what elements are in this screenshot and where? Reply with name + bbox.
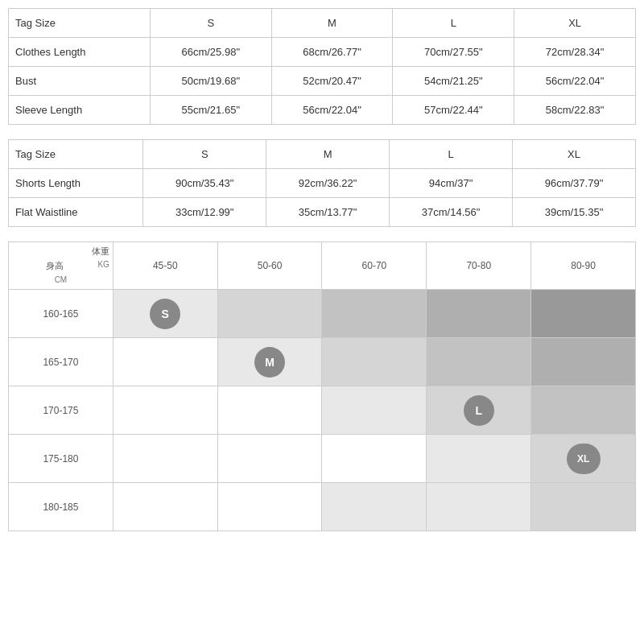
- table1-row1-s: 50cm/19.68": [150, 67, 271, 96]
- chart-cell-0-2: [322, 290, 427, 338]
- chart-cell-4-2: [322, 483, 427, 531]
- table2-row0-s: 90cm/35.43": [143, 169, 266, 198]
- chart-cell-2-0: [113, 386, 217, 435]
- chart-cell-2-4: [531, 386, 636, 435]
- chart-cell-1-1: M: [217, 338, 322, 386]
- table1-row2-xl: 58cm/22.83": [514, 96, 636, 125]
- chart-height-unit: CM: [55, 275, 68, 284]
- table2-row0-label: Shorts Length: [9, 169, 143, 198]
- chart-col-header-4: 80-90: [531, 242, 636, 290]
- shorts-size-table: Tag Size S M L XL Shorts Length 90cm/35.…: [8, 139, 636, 227]
- chart-weight-unit: KG: [97, 259, 109, 270]
- chart-cell-4-3: [427, 483, 531, 531]
- xl-badge: XL: [567, 444, 601, 474]
- table2-row1-xl: 39cm/15.35": [513, 198, 636, 227]
- chart-cell-4-1: [217, 483, 322, 531]
- table1-row0-label: Clothes Length: [9, 38, 151, 67]
- table2-header-label: Tag Size: [9, 140, 143, 169]
- table2-row1-l: 37cm/14.56": [390, 198, 513, 227]
- chart-col-header-2: 60-70: [322, 242, 427, 290]
- table1-row1-l: 54cm/21.25": [393, 67, 514, 96]
- chart-cell-1-2: [322, 338, 427, 386]
- table2-row0-m: 92cm/36.22": [266, 169, 390, 198]
- table2-row0-xl: 96cm/37.79": [513, 169, 636, 198]
- table2-header-s: S: [143, 140, 266, 169]
- table2-header-xl: XL: [513, 140, 636, 169]
- chart-col-header-1: 50-60: [217, 242, 322, 290]
- chart-cell-4-4: [531, 483, 636, 531]
- chart-cell-3-1: [217, 435, 322, 483]
- chart-cell-2-1: [217, 386, 322, 435]
- chart-cell-0-4: [531, 290, 636, 338]
- table2-row1-label: Flat Waistline: [9, 198, 143, 227]
- table1-row2-s: 55cm/21.65": [150, 96, 271, 125]
- table1-row2-label: Sleeve Length: [9, 96, 151, 125]
- chart-height-label: 身高: [46, 261, 64, 270]
- table1-row0-l: 70cm/27.55": [393, 38, 514, 67]
- table1-row0-xl: 72cm/28.34": [514, 38, 636, 67]
- clothes-size-table: Tag Size S M L XL Clothes Length 66cm/25…: [8, 8, 636, 125]
- chart-cell-3-3: [427, 435, 531, 483]
- chart-cell-4-0: [113, 483, 217, 531]
- chart-row-label-4: 180-185: [9, 483, 114, 531]
- chart-corner: 体重 KG 身高 CM: [9, 242, 114, 290]
- chart-row-label-0: 160-165: [9, 290, 114, 338]
- chart-cell-0-0: S: [113, 290, 217, 338]
- s-badge: S: [150, 299, 180, 329]
- table1-row1-label: Bust: [9, 67, 151, 96]
- table2-row1-m: 35cm/13.77": [266, 198, 390, 227]
- chart-cell-1-4: [531, 338, 636, 386]
- table1-row0-m: 68cm/26.77": [271, 38, 393, 67]
- chart-col-header-3: 70-80: [427, 242, 531, 290]
- table1-header-l: L: [393, 9, 514, 38]
- chart-cell-1-3: [427, 338, 531, 386]
- chart-row-label-3: 175-180: [9, 435, 114, 483]
- table2-header-l: L: [390, 140, 513, 169]
- chart-cell-2-2: [322, 386, 427, 435]
- m-badge: M: [254, 347, 285, 378]
- chart-weight-label: 体重: [92, 246, 109, 258]
- table1-header-s: S: [150, 9, 271, 38]
- table1-header-xl: XL: [514, 9, 636, 38]
- table1-row1-xl: 56cm/22.04": [514, 67, 636, 96]
- chart-cell-2-3: L: [427, 386, 531, 435]
- chart-cell-3-0: [113, 435, 217, 483]
- chart-cell-0-3: [427, 290, 531, 338]
- table1-row0-s: 66cm/25.98": [150, 38, 271, 67]
- table2-header-m: M: [266, 140, 390, 169]
- height-weight-chart: 体重 KG 身高 CM 45-50 50-60 60-70 70-80 80-9…: [8, 242, 636, 531]
- chart-row-label-1: 165-170: [9, 338, 114, 386]
- l-badge: L: [464, 395, 494, 426]
- table1-row2-l: 57cm/22.44": [393, 96, 514, 125]
- table2-row1-s: 33cm/12.99": [143, 198, 266, 227]
- table1-header-label: Tag Size: [9, 9, 151, 38]
- chart-col-header-0: 45-50: [113, 242, 217, 290]
- table2-row0-l: 94cm/37": [390, 169, 513, 198]
- chart-cell-1-0: [113, 338, 217, 386]
- table1-row2-m: 56cm/22.04": [271, 96, 393, 125]
- table1-row1-m: 52cm/20.47": [271, 67, 393, 96]
- chart-cell-3-2: [322, 435, 427, 483]
- table1-header-m: M: [271, 9, 393, 38]
- chart-row-label-2: 170-175: [9, 386, 114, 435]
- chart-cell-3-4: XL: [531, 435, 636, 483]
- chart-cell-0-1: [217, 290, 322, 338]
